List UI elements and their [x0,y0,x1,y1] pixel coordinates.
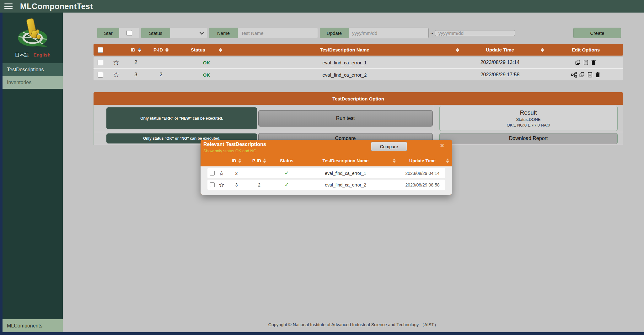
result-status: Status:DONE [516,117,540,122]
star-icon[interactable]: ☆ [113,71,120,78]
sort-status[interactable] [219,48,222,52]
cell-name: eval_find_ca_error_2 [323,72,367,78]
sort-update[interactable] [541,48,544,52]
star-filter-label: Star [97,28,119,38]
cell-name: eval_find_ca_error_1 [323,60,367,65]
col-status-label: Status [191,47,205,52]
create-button[interactable]: Create [573,28,621,38]
cell-pid: 2 [160,72,163,78]
modal-col-status-label: Status [280,158,293,163]
row-checkbox[interactable] [98,60,103,65]
cell-update-time: 2023/08/29 08:58 [405,182,440,187]
modal-sort-pid[interactable] [263,159,266,163]
close-icon[interactable]: ✕ [440,142,444,149]
col-name-label: TestDescription Name [320,47,369,52]
cell-status: OK [203,60,210,65]
sidebar-item-label: TestDescriptions [7,67,44,73]
modal-body: ☆ 2 ✓ eval_find_ca_error_1 2023/08/29 04… [201,166,452,195]
relevant-testdescriptions-modal: Relevant TestDescriptions Show only stat… [201,140,452,195]
option-panel-header: TestDescription Option [94,92,623,105]
update-date-from-input[interactable] [349,28,428,38]
update-date-to [435,30,515,36]
cell-name: eval_find_ca_error_1 [325,171,366,176]
tree-icon[interactable] [571,72,577,78]
sidebar-item-mlcomponents[interactable]: MLComponents [3,319,63,332]
cell-id: 2 [135,60,137,65]
filter-bar: Star Status Name [97,28,623,38]
row-checkbox[interactable] [210,182,215,187]
status-filter-select[interactable] [170,28,207,38]
main-area: Star Status Name [63,13,644,332]
menu-icon[interactable] [4,3,13,9]
sort-pid[interactable] [165,48,169,52]
col-id-label: ID [131,47,136,52]
copy-icon[interactable] [575,60,581,65]
document-icon[interactable] [587,72,593,78]
trash-icon[interactable] [591,60,596,65]
cell-update-time: 2023/08/29 13:14 [480,60,520,65]
modal-col-update-label: Update Time [409,158,436,163]
cell-pid: 2 [258,182,260,187]
trash-icon[interactable] [595,72,600,78]
sidebar-item-inventories[interactable]: Inventories [3,76,63,89]
download-report-button[interactable]: Download Report [439,133,618,144]
name-filter-input[interactable] [238,28,318,38]
status-filter-label: Status [141,28,170,38]
status-filter: Status [141,28,207,38]
cell-update-time: 2023/08/29 17:58 [480,72,520,78]
cell-id: 3 [235,182,238,187]
sidebar-item-label: Inventories [7,80,31,85]
modal-sort-update[interactable] [446,159,449,163]
modal-subtitle: Show only status OK and NG [203,149,256,153]
lang-japanese-link[interactable]: 日本語 [15,52,29,58]
copy-icon[interactable] [579,72,585,78]
col-update-label: Update Time [486,47,514,52]
cell-update-time: 2023/08/29 04:14 [405,171,440,176]
modal-col-name-label: TestDescription Name [323,158,369,163]
col-edit-label: Edit Options [572,47,600,52]
top-bar: MLComponentTest [0,0,644,13]
row-checkbox[interactable] [210,171,215,176]
name-filter-label: Name [209,28,238,38]
star-icon[interactable]: ☆ [219,170,224,176]
cell-id: 2 [235,171,238,176]
modal-col-pid-label: P-ID [252,158,261,163]
app-logo [3,13,63,51]
row-checkbox[interactable] [98,72,103,78]
star-filter: Star [97,28,139,38]
modal-table-row: ☆ 2 ✓ eval_find_ca_error_1 2023/08/29 04… [207,168,445,178]
footer-copyright: Copyright © National Institute of Advanc… [63,322,644,328]
status-check-icon: ✓ [284,170,289,176]
modal-compare-button[interactable]: Compare [371,142,407,151]
run-test-button[interactable]: Run test [258,110,433,127]
sidebar-item-testdescriptions[interactable]: TestDescriptions [3,63,63,76]
star-filter-checkbox[interactable] [126,30,132,36]
update-date-to-input[interactable] [435,30,515,36]
modal-col-id-label: ID [232,158,236,163]
select-all-checkbox[interactable] [98,47,103,53]
star-icon[interactable]: ☆ [113,59,120,66]
option-panel-body: Only status "ERR" or "NEW" can be execut… [94,105,623,145]
language-switcher: 日本語 English [3,52,63,58]
sidebar: 日本語 English TestDescriptions Inventories… [3,13,63,332]
document-icon[interactable] [583,60,589,65]
lang-english-link[interactable]: English [33,52,50,58]
cell-status: OK [203,72,210,78]
status-check-icon: ✓ [284,181,289,188]
sort-id[interactable] [138,48,141,52]
col-pid-label: P-ID [153,47,163,52]
result-title: Result [520,109,537,116]
table-row: ☆ 2 OK eval_find_ca_error_1 2023/08/29 1… [94,57,623,68]
logo-image [15,16,50,51]
run-note: Only status "ERR" or "NEW" can be execut… [106,107,257,129]
sort-name[interactable] [456,48,459,52]
star-icon[interactable]: ☆ [219,182,224,188]
chevron-down-icon [200,30,204,35]
modal-sort-id[interactable] [238,159,241,163]
update-filter: Update [320,28,429,38]
date-range-separator: ~ [429,30,435,36]
app-title: MLComponentTest [20,2,93,11]
modal-sort-name[interactable] [393,159,396,163]
result-counts: OK:1 NG:0 ERR:0 NA:0 [507,123,550,127]
cell-id: 3 [135,72,137,78]
